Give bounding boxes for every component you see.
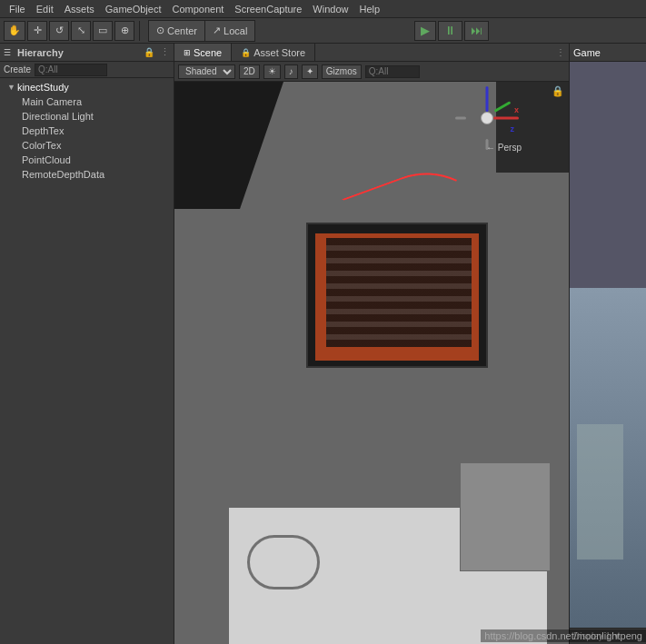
tool-rotate[interactable]: ↺ bbox=[49, 21, 69, 41]
persp-label[interactable]: ← Persp bbox=[484, 141, 523, 154]
tool-transform[interactable]: ⊕ bbox=[114, 21, 134, 41]
view-tab-bar: ⊞ Scene 🔒 Asset Store ⋮ bbox=[174, 44, 569, 62]
center-local-group: ⊙ Center ↗ Local bbox=[148, 20, 255, 42]
hierarchy-panel: ☰ Hierarchy 🔒 ⋮ Create ▼ kinectStudy Mai… bbox=[0, 44, 174, 644]
local-icon: ↗ bbox=[213, 25, 221, 36]
root-item-label: kinectStudy bbox=[17, 82, 69, 93]
center-label: Center bbox=[167, 25, 197, 36]
hierarchy-search-input[interactable] bbox=[35, 64, 107, 76]
local-label: Local bbox=[224, 25, 247, 36]
local-button[interactable]: ↗ Local bbox=[205, 21, 254, 41]
hierarchy-item-pointcloud[interactable]: PointCloud bbox=[0, 153, 174, 167]
tab-scene[interactable]: ⊞ Scene bbox=[174, 44, 232, 61]
root-arrow-icon: ▼ bbox=[7, 83, 15, 92]
2d-toggle[interactable]: 2D bbox=[239, 64, 260, 79]
fx-toggle[interactable]: ✦ bbox=[302, 64, 318, 79]
game-tab-label[interactable]: Game bbox=[573, 47, 601, 58]
gizmo-neg-x-arm bbox=[455, 117, 466, 120]
pause-button[interactable]: ⏸ bbox=[438, 21, 462, 41]
gizmo-z-label: z bbox=[511, 124, 515, 134]
game-viewport bbox=[570, 62, 646, 628]
display-label-text: Display 1 bbox=[573, 631, 611, 641]
scene-right-box bbox=[460, 462, 551, 571]
tool-move[interactable]: ✛ bbox=[27, 21, 47, 41]
gizmo-x-arm bbox=[493, 117, 519, 120]
game-mini-scene bbox=[570, 288, 646, 628]
game-display-label[interactable]: Display 1 ▼ bbox=[570, 628, 646, 644]
menu-window[interactable]: Window bbox=[307, 0, 353, 18]
menu-component[interactable]: Component bbox=[166, 0, 229, 18]
gizmos-dropdown[interactable]: Gizmos bbox=[322, 64, 362, 79]
gizmo-center-dot bbox=[481, 112, 493, 124]
scene-view-options: ⋮ bbox=[552, 44, 569, 61]
gizmo-z-arm bbox=[486, 86, 489, 112]
audio-toggle[interactable]: ♪ bbox=[284, 64, 298, 79]
menu-help[interactable]: Help bbox=[353, 0, 385, 18]
menu-bar: File Edit Assets GameObject Component Sc… bbox=[0, 0, 646, 18]
scene-toolbar: Shaded 2D ☀ ♪ ✦ Gizmos bbox=[174, 62, 569, 82]
scene-cable-object bbox=[247, 535, 320, 590]
main-camera-label: Main Camera bbox=[22, 96, 82, 107]
hierarchy-title: Hierarchy bbox=[17, 47, 64, 58]
colortex-label: ColorTex bbox=[22, 140, 61, 151]
playback-controls: ▶ ⏸ ⏭ bbox=[414, 21, 489, 41]
hierarchy-list: ▼ kinectStudy Main Camera Directional Li… bbox=[0, 78, 174, 644]
hierarchy-more-icon[interactable]: ⋮ bbox=[160, 46, 170, 58]
menu-assets[interactable]: Assets bbox=[59, 0, 100, 18]
center-content: ⊞ Scene 🔒 Asset Store ⋮ Shaded 2D ☀ ♪ ✦ … bbox=[174, 44, 569, 644]
menu-edit[interactable]: Edit bbox=[31, 0, 59, 18]
scene-viewport[interactable]: x z ← Persp 🔒 bbox=[174, 82, 569, 644]
toolbar-separator-1 bbox=[139, 21, 140, 41]
center-icon: ⊙ bbox=[156, 25, 164, 36]
main-layout: ☰ Hierarchy 🔒 ⋮ Create ▼ kinectStudy Mai… bbox=[0, 44, 646, 644]
hierarchy-icon: ☰ bbox=[4, 48, 11, 57]
tool-scale[interactable]: ⤡ bbox=[71, 21, 91, 41]
hierarchy-item-depthtex[interactable]: DepthTex bbox=[0, 124, 174, 138]
tab-spacer bbox=[315, 44, 552, 61]
hierarchy-create-button[interactable]: Create bbox=[4, 64, 31, 74]
scene-tab-icon: ⊞ bbox=[184, 48, 191, 57]
hierarchy-item-main-camera[interactable]: Main Camera bbox=[0, 94, 174, 109]
tool-rect[interactable]: ▭ bbox=[93, 21, 113, 41]
tab-asset-store[interactable]: 🔒 Asset Store bbox=[232, 44, 315, 61]
menu-file[interactable]: File bbox=[4, 0, 31, 18]
hierarchy-toolbar: Create bbox=[0, 62, 174, 78]
asset-store-tab-label: Asset Store bbox=[253, 47, 305, 58]
pointcloud-label: PointCloud bbox=[22, 154, 71, 165]
play-button[interactable]: ▶ bbox=[414, 21, 436, 41]
scene-3d-content: x z ← Persp 🔒 bbox=[174, 82, 569, 644]
menu-gameobject[interactable]: GameObject bbox=[100, 0, 167, 18]
main-toolbar: ✋ ✛ ↺ ⤡ ▭ ⊕ ⊙ Center ↗ Local ▶ ⏸ ⏭ bbox=[0, 18, 646, 44]
directional-light-label: Directional Light bbox=[22, 111, 94, 122]
display-dropdown-icon: ▼ bbox=[612, 631, 621, 641]
hierarchy-root-item[interactable]: ▼ kinectStudy bbox=[0, 80, 174, 94]
scene-shadow-topleft bbox=[174, 82, 283, 209]
scene-tab-label: Scene bbox=[194, 47, 222, 58]
shading-mode-dropdown[interactable]: Shaded bbox=[178, 64, 235, 79]
menu-screencapture[interactable]: ScreenCapture bbox=[229, 0, 307, 18]
depthtex-label: DepthTex bbox=[22, 125, 64, 136]
hierarchy-item-remotedepthdata[interactable]: RemoteDepthData bbox=[0, 167, 174, 182]
hierarchy-header: ☰ Hierarchy 🔒 ⋮ bbox=[0, 44, 174, 62]
gizmo-x-label: x bbox=[514, 105, 519, 114]
scene-search-input[interactable] bbox=[365, 65, 420, 78]
game-panel: Game Display 1 ▼ bbox=[569, 44, 646, 644]
viewport-lock-icon[interactable]: 🔒 bbox=[552, 85, 564, 97]
remotedepthdata-label: RemoteDepthData bbox=[22, 169, 104, 180]
lights-toggle[interactable]: ☀ bbox=[263, 64, 281, 79]
game-panel-header: Game bbox=[570, 44, 646, 62]
gizmo-y-arm bbox=[493, 101, 511, 113]
hierarchy-item-colortex[interactable]: ColorTex bbox=[0, 138, 174, 153]
tool-hand[interactable]: ✋ bbox=[4, 21, 25, 41]
step-button[interactable]: ⏭ bbox=[464, 21, 489, 41]
hierarchy-lock-icon[interactable]: 🔒 bbox=[144, 47, 154, 57]
hierarchy-item-directional-light[interactable]: Directional Light bbox=[0, 109, 174, 124]
center-button[interactable]: ⊙ Center bbox=[149, 21, 205, 41]
game-mini-object bbox=[577, 424, 622, 560]
asset-store-icon: 🔒 bbox=[241, 48, 251, 57]
scene-gizmo[interactable]: x z ← Persp bbox=[455, 86, 523, 154]
scene-view-options-icon: ⋮ bbox=[556, 47, 565, 57]
